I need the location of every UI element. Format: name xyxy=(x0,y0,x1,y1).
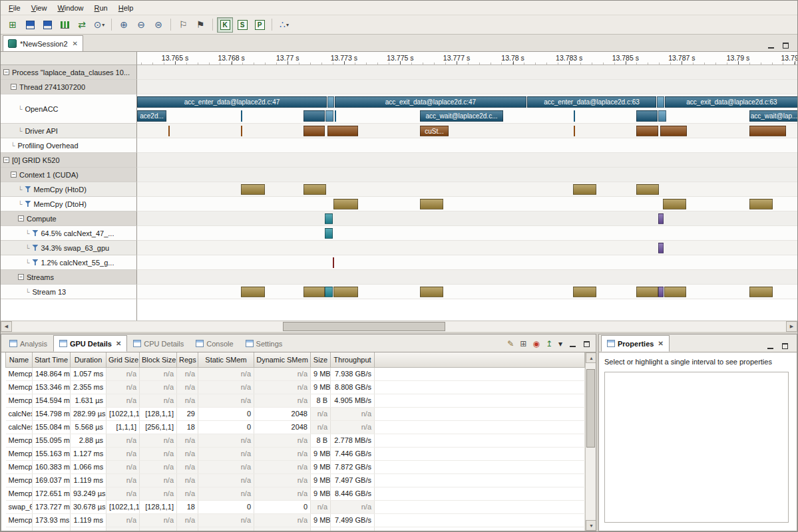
menu-help[interactable]: Help xyxy=(113,2,139,14)
scroll-up-icon[interactable]: ▲ xyxy=(586,352,596,363)
timeline-interval[interactable] xyxy=(574,126,575,136)
timeline-interval[interactable] xyxy=(657,96,664,108)
tree-item-process-laplace-data-clauses-10[interactable]: −Process "laplace_data_clauses 10... xyxy=(1,65,137,80)
timeline-interval[interactable] xyxy=(636,184,659,195)
timeline-interval[interactable] xyxy=(241,184,265,195)
timeline-interval[interactable] xyxy=(335,110,336,122)
tree-item-openacc[interactable]: └OpenACC xyxy=(1,94,137,124)
timeline-interval[interactable] xyxy=(420,287,443,297)
timeline-interval[interactable] xyxy=(333,287,358,297)
tab-settings[interactable]: Settings xyxy=(240,335,289,352)
tree-item-1-2-calcnext-55-g[interactable]: └1.2% calcNext_55_g... xyxy=(1,255,137,270)
zoom-fit-button[interactable]: ⊜ xyxy=(150,17,166,33)
menu-run[interactable]: Run xyxy=(89,2,113,14)
collapse-toggle-icon[interactable]: − xyxy=(3,69,9,75)
timeline-interval[interactable] xyxy=(325,287,333,297)
minimize-details-icon[interactable] xyxy=(568,340,576,347)
stream-toggle-button[interactable]: S xyxy=(234,17,250,33)
table-row[interactable]: calcNext_55_gpu155.084 ms5.568 µs[1,1,1]… xyxy=(6,420,585,434)
scroll-down-icon[interactable]: ▼ xyxy=(586,520,596,531)
collapse-toggle-icon[interactable]: − xyxy=(11,84,17,90)
tree-item-memcpy-dtoh[interactable]: └MemCpy (DtoH) xyxy=(1,197,137,211)
timeline-interval[interactable] xyxy=(325,228,333,239)
collapse-toggle-icon[interactable]: − xyxy=(18,274,24,280)
column-header-duration[interactable]: Duration xyxy=(71,352,106,367)
table-row[interactable]: Memcpy HtoD153.346 ms2.355 msn/an/an/an/… xyxy=(6,380,585,394)
tab-gpu-details[interactable]: GPU Details✕ xyxy=(53,335,127,352)
timeline-interval[interactable] xyxy=(573,184,596,195)
table-row[interactable]: Memcpy DtoH154.594 ms1.631 µsn/an/an/an/… xyxy=(6,394,585,407)
column-header-dynamic-smem[interactable]: Dynamic SMem xyxy=(254,352,311,367)
zoom-in-button[interactable]: ⊕ xyxy=(116,17,132,33)
timeline-interval[interactable] xyxy=(658,243,664,253)
table-row[interactable]: Memcpy HtoD172.651 ms93.249 µsn/an/an/an… xyxy=(6,487,585,500)
table-vscrollbar[interactable]: ▲ ▼ xyxy=(585,352,596,531)
timeline-interval[interactable] xyxy=(636,110,658,122)
table-row[interactable]: Memcpy HtoD148.864 ms1.057 msn/an/an/an/… xyxy=(6,367,585,380)
timeline-interval[interactable]: cuSt... xyxy=(420,126,449,136)
menu-view[interactable]: View xyxy=(26,2,53,14)
table-row[interactable]: Memcpy HtoD178.163 ms1.073 msn/an/an/an/… xyxy=(6,527,585,531)
column-header-static-smem[interactable]: Static SMem xyxy=(198,352,254,367)
tree-item-thread-2741307200[interactable]: −Thread 2741307200 xyxy=(1,80,137,94)
table-row[interactable]: Memcpy HtoD160.383 ms1.066 msn/an/an/an/… xyxy=(6,460,585,473)
tree-item-profiling-overhead[interactable]: └Profiling Overhead xyxy=(1,138,137,153)
tree-item-compute[interactable]: −Compute xyxy=(1,211,137,226)
timeline-interval[interactable] xyxy=(636,126,658,136)
timeline-interval[interactable] xyxy=(168,126,170,136)
save-as-button[interactable] xyxy=(39,17,55,33)
timeline-interval[interactable]: acc_exit_data@laplace2d.c:63 xyxy=(665,96,797,108)
close-tab-icon[interactable]: ✕ xyxy=(71,40,78,47)
column-header-block-size[interactable]: Block Size xyxy=(140,352,177,367)
collapse-toggle-icon[interactable]: − xyxy=(3,157,9,163)
process-toggle-button[interactable]: P xyxy=(252,17,268,33)
maximize-properties-icon[interactable] xyxy=(781,342,789,349)
table-row[interactable]: Memcpy HtoD155.163 ms1.127 msn/an/an/an/… xyxy=(6,447,585,460)
table-row[interactable]: Memcpy HtoD173.93 ms1.119 msn/an/an/an/a… xyxy=(6,513,585,527)
table-row[interactable]: swap_63_gpu173.727 ms30.678 µs[1022,1,1]… xyxy=(6,500,585,513)
timeline-interval[interactable]: acc_enter_data@laplace2d.c:63 xyxy=(527,96,656,108)
tab-analysis[interactable]: Analysis xyxy=(3,335,53,352)
timeline-interval[interactable] xyxy=(658,213,664,224)
timeline-interval[interactable] xyxy=(749,126,786,136)
scroll-right-icon[interactable]: ▶ xyxy=(786,321,797,332)
session-tab[interactable]: *NewSession2 ✕ xyxy=(3,35,83,51)
tab-cpu-details[interactable]: CPU Details xyxy=(127,335,190,352)
hscroll-thumb[interactable] xyxy=(283,322,445,331)
menu-window[interactable]: Window xyxy=(52,2,89,14)
timeline-interval[interactable]: acc_wait@lap... xyxy=(749,110,797,122)
timeline-interval[interactable] xyxy=(303,184,326,195)
timeline-interval[interactable] xyxy=(658,287,664,297)
timeline-interval[interactable] xyxy=(241,287,265,297)
vscroll-track[interactable] xyxy=(586,363,596,520)
save-button[interactable] xyxy=(22,17,38,33)
timeline-interval[interactable] xyxy=(303,110,325,122)
timeline-interval[interactable] xyxy=(664,287,686,297)
timeline-interval[interactable] xyxy=(303,287,325,297)
timeline-interval[interactable] xyxy=(241,110,242,122)
export-table-button[interactable]: ↥ xyxy=(546,339,552,348)
timeline-interval[interactable] xyxy=(573,287,596,297)
tree-item-64-5-calcnext-47[interactable]: └64.5% calcNext_47_... xyxy=(1,226,137,241)
layout-button[interactable]: ⊞ xyxy=(520,339,526,348)
table-row[interactable]: Memcpy HtoD169.037 ms1.119 msn/an/an/an/… xyxy=(6,473,585,487)
hscroll-track[interactable] xyxy=(12,321,786,332)
timeline-interval[interactable] xyxy=(241,126,242,136)
timeline-interval[interactable] xyxy=(749,199,773,209)
column-header-grid-size[interactable]: Grid Size xyxy=(106,352,140,367)
tree-item-streams[interactable]: −Streams xyxy=(1,270,137,285)
column-header-size[interactable]: Size xyxy=(311,352,331,367)
timeline-interval[interactable] xyxy=(658,110,666,122)
timeline-interval[interactable] xyxy=(303,126,325,136)
column-header-name[interactable]: Name xyxy=(6,352,33,367)
record-button[interactable]: ◉ xyxy=(532,339,539,348)
export-button[interactable]: ⇄ xyxy=(74,17,90,33)
timeline-interval[interactable] xyxy=(636,287,658,297)
mark-mode-button[interactable]: ✎ xyxy=(507,339,514,348)
tree-item-context-1-cuda[interactable]: −Context 1 (CUDA) xyxy=(1,168,137,182)
analysis-button[interactable]: ∴▾ xyxy=(276,17,292,33)
maximize-details-icon[interactable] xyxy=(582,340,590,347)
close-properties-icon[interactable]: ✕ xyxy=(656,340,663,347)
timeline-interval[interactable]: acc_exit_data@laplace2d.c:47 xyxy=(335,96,526,108)
collapse-toggle-icon[interactable]: − xyxy=(11,172,17,178)
